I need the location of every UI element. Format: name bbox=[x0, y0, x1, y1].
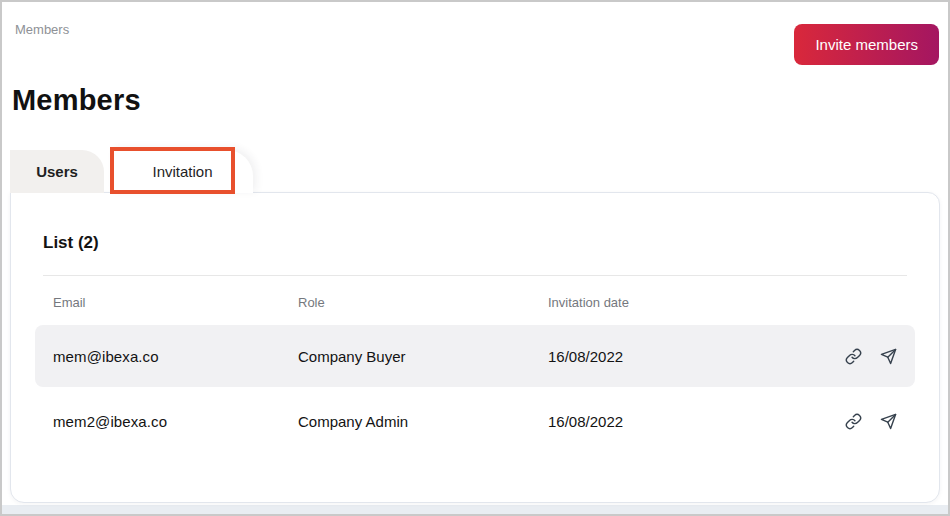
invitation-panel: List (2) Email Role Invitation date mem@… bbox=[10, 192, 940, 503]
tab-users-label: Users bbox=[36, 163, 78, 180]
page-bottom-strip bbox=[2, 505, 948, 514]
invite-members-button[interactable]: Invite members bbox=[794, 24, 939, 65]
breadcrumb[interactable]: Members bbox=[15, 22, 69, 37]
cell-role: Company Admin bbox=[298, 413, 548, 430]
cell-role: Company Buyer bbox=[298, 348, 548, 365]
column-header-role: Role bbox=[298, 295, 548, 310]
table-row[interactable]: mem@ibexa.co Company Buyer 16/08/2022 bbox=[35, 325, 915, 387]
send-icon[interactable] bbox=[880, 348, 897, 365]
cell-invitation-date: 16/08/2022 bbox=[548, 413, 807, 430]
tab-users[interactable]: Users bbox=[10, 150, 104, 193]
table-row[interactable]: mem2@ibexa.co Company Admin 16/08/2022 bbox=[35, 392, 915, 450]
tab-invitation-label: Invitation bbox=[152, 163, 212, 180]
cell-email: mem2@ibexa.co bbox=[53, 413, 298, 430]
row-actions bbox=[845, 413, 897, 430]
link-icon[interactable] bbox=[845, 348, 862, 365]
list-title: List (2) bbox=[43, 233, 915, 253]
send-icon[interactable] bbox=[880, 413, 897, 430]
tab-invitation[interactable]: Invitation bbox=[112, 150, 253, 193]
link-icon[interactable] bbox=[845, 413, 862, 430]
cell-invitation-date: 16/08/2022 bbox=[548, 348, 807, 365]
column-header-invitation-date: Invitation date bbox=[548, 295, 807, 310]
column-header-email: Email bbox=[53, 295, 298, 310]
row-actions bbox=[845, 348, 897, 365]
table-header-row: Email Role Invitation date bbox=[35, 292, 915, 312]
page-title: Members bbox=[12, 84, 141, 117]
cell-email: mem@ibexa.co bbox=[53, 348, 298, 365]
divider bbox=[43, 275, 907, 276]
